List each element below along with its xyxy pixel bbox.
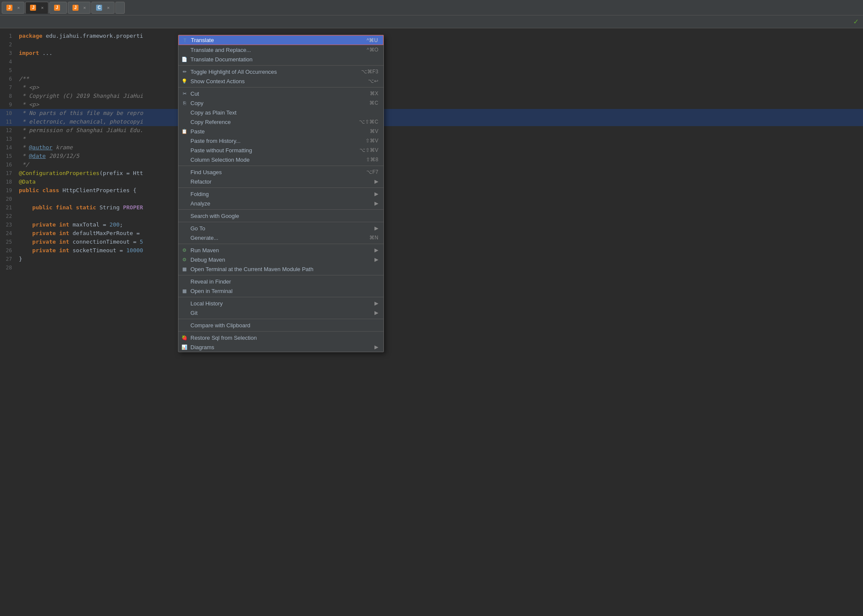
line-number: 25 [0,238,17,246]
menu-item-copy-plain[interactable]: Copy as Plain Text [178,108,383,117]
line-number: 4 [0,57,17,66]
menu-item-icon-open-terminal: ▦ [181,287,188,294]
menu-item-folding[interactable]: Folding▶ [178,189,383,199]
line-number: 23 [0,220,17,229]
line-content [17,40,863,49]
menu-item-icon-show-context: 💡 [181,78,188,85]
menu-item-paste-history[interactable]: Paste from History...⇧⌘V [178,136,383,145]
menu-item-translate-doc[interactable]: 📄Translate Documentation [178,54,383,64]
menu-item-shortcut-toggle-highlight: ⌥⌘F3 [361,69,378,75]
menu-item-copy-ref[interactable]: Copy Reference⌥⇧⌘C [178,117,383,127]
line-content: */ [17,160,863,169]
menu-item-icon-reveal-finder [181,278,188,285]
menu-item-find-usages[interactable]: Find Usages⌥F7 [178,167,383,177]
menu-item-icon-cut: ✂ [181,90,188,97]
menu-item-search-google[interactable]: Search with Google [178,211,383,220]
line-number: 21 [0,203,17,212]
menu-item-label-translate: Translate [191,37,214,43]
menu-item-icon-toggle-highlight: ✏ [181,68,188,75]
menu-item-shortcut-paste: ⌘V [370,128,378,134]
menu-item-open-terminal-maven[interactable]: ▦Open Terminal at the Current Maven Modu… [178,264,383,274]
menu-separator [178,87,383,88]
editor-line-19: 19public class HttpClientProperties { [0,186,863,195]
editor-line-25: 25 private int connectionTimeout = 5 [0,238,863,246]
menu-item-debug-maven[interactable]: ⚙Debug Maven▶ [178,255,383,264]
menu-item-cut[interactable]: ✂Cut⌘X [178,89,383,98]
line-number: 1 [0,32,17,40]
line-content: @ConfigurationProperties(prefix = Htt [17,169,863,178]
tab-httpclientconfig[interactable]: J × [25,2,48,14]
menu-item-restore-sql[interactable]: 🍓Restore Sql from Selection [178,333,383,342]
menu-item-goto[interactable]: Go To▶ [178,223,383,233]
menu-item-run-maven[interactable]: ⚙Run Maven▶ [178,245,383,255]
menu-item-shortcut-copy: ⌘C [369,100,378,106]
line-number: 14 [0,143,17,152]
menu-item-copy[interactable]: ⎘Copy⌘C [178,98,383,108]
toolbar: ✓ [0,15,863,28]
line-number: 22 [0,212,17,220]
line-number: 3 [0,49,17,57]
editor-line-27: 27} [0,255,863,263]
menu-item-toggle-highlight[interactable]: ✏Toggle Highlight of All Occurrences⌥⌘F3 [178,67,383,76]
menu-item-shortcut-copy-ref: ⌥⇧⌘C [359,119,378,125]
menu-item-label-open-terminal: Open in Terminal [190,288,232,294]
tab-close-5[interactable]: × [107,5,109,10]
menu-item-label-show-context: Show Context Actions [190,78,244,85]
menu-item-paste[interactable]: 📋Paste⌘V [178,127,383,136]
line-content: @Data [17,178,863,186]
editor-line-13: 13 * [0,135,863,143]
editor-area[interactable]: 1package edu.jiahui.framework.properti2 … [0,28,863,616]
menu-item-label-debug-maven: Debug Maven [190,257,225,263]
menu-item-shortcut-cut: ⌘X [370,91,378,97]
menu-item-refactor[interactable]: Refactor▶ [178,177,383,186]
menu-item-icon-col-select [181,156,188,163]
menu-item-generate[interactable]: Generate...⌘N [178,233,383,242]
menu-item-analyze[interactable]: Analyze▶ [178,199,383,208]
tab-more[interactable] [115,2,125,14]
menu-item-compare-clipboard[interactable]: Compare with Clipboard [178,320,383,330]
line-number: 9 [0,100,17,109]
line-number: 15 [0,152,17,160]
line-content: * Copyright (C) 2019 Shanghai JiaHui [17,92,863,100]
tab-close-4[interactable]: × [83,5,86,10]
menu-item-arrow-local-history: ▶ [374,300,378,306]
line-number: 18 [0,178,17,186]
menu-item-paste-no-format[interactable]: Paste without Formatting⌥⇧⌘V [178,145,383,155]
menu-item-translate-replace[interactable]: Translate and Replace...^⌘O [178,45,383,54]
menu-item-reveal-finder[interactable]: Reveal in Finder [178,277,383,286]
tab-httpclientproperties[interactable]: J × [2,2,24,14]
menu-item-icon-restore-sql: 🍓 [181,334,188,341]
menu-item-show-context[interactable]: 💡Show Context Actions⌥↩ [178,76,383,86]
tab-bar: J × J × J J × C × [0,0,863,15]
menu-item-icon-paste-no-format [181,147,188,154]
menu-item-icon-folding [181,190,188,197]
line-content: } [17,255,863,263]
line-number: 19 [0,186,17,195]
menu-item-icon-local-history [181,300,188,307]
menu-item-label-translate-replace: Translate and Replace... [190,47,251,53]
editor-line-18: 18@Data [0,178,863,186]
tab-httpclienttr[interactable]: J [49,2,67,14]
menu-item-arrow-debug-maven: ▶ [374,257,378,263]
menu-item-col-select[interactable]: Column Selection Mode⇧⌘8 [178,155,383,164]
tab-close-2[interactable]: × [41,5,43,10]
tab-abstractconnpool[interactable]: C × [91,2,114,14]
menu-item-local-history[interactable]: Local History▶ [178,299,383,308]
tab-connectionmanager[interactable]: J × [68,2,91,14]
menu-item-icon-translate: T [181,37,188,44]
line-content [17,57,863,66]
editor-line-6: 6/** [0,75,863,83]
menu-item-translate[interactable]: TTranslate^⌘U [178,35,383,45]
editor-line-4: 4 [0,57,863,66]
line-number: 12 [0,126,17,135]
menu-item-diagrams[interactable]: 📊Diagrams▶ [178,342,383,352]
tab-close-1[interactable]: × [17,5,20,10]
menu-item-icon-refactor [181,178,188,185]
editor-line-20: 20 [0,195,863,203]
menu-item-open-terminal[interactable]: ▦Open in Terminal [178,286,383,296]
menu-item-label-folding: Folding [190,191,209,197]
line-number: 13 [0,135,17,143]
editor-line-22: 22 [0,212,863,220]
java-icon-4: J [72,5,78,11]
menu-item-git[interactable]: Git▶ [178,308,383,317]
